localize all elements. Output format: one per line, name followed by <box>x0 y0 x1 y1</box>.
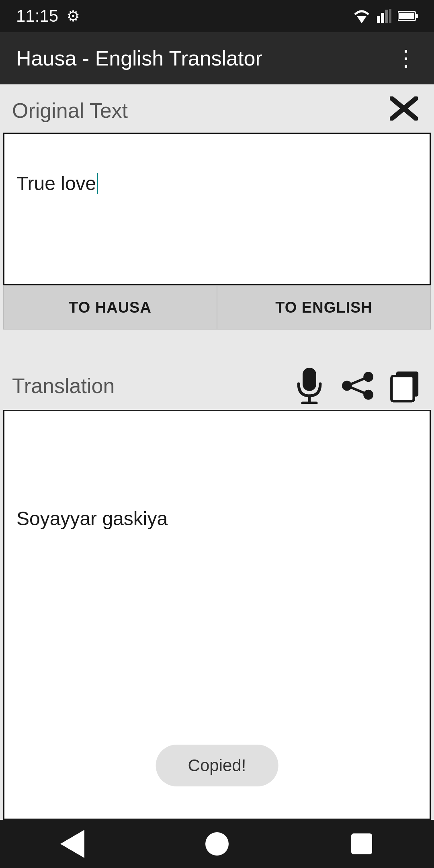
bottom-navigation <box>0 820 434 868</box>
svg-rect-1 <box>377 16 380 23</box>
translation-label: Translation <box>12 374 115 398</box>
status-left: 11:15 ⚙ <box>16 6 80 26</box>
status-time: 11:15 <box>16 6 58 26</box>
overflow-menu-button[interactable]: ⋮ <box>395 47 418 70</box>
original-text-box: True love <box>3 133 431 285</box>
svg-rect-20 <box>391 376 414 401</box>
copy-button[interactable] <box>390 370 422 402</box>
microphone-button[interactable] <box>293 370 326 402</box>
svg-line-16 <box>347 377 368 386</box>
app-bar: Hausa - English Translator ⋮ <box>0 32 434 84</box>
svg-rect-4 <box>389 9 391 23</box>
svg-rect-7 <box>399 13 414 19</box>
spacer <box>0 330 434 362</box>
original-text-input[interactable]: True love <box>16 146 98 197</box>
home-button[interactable] <box>203 830 231 858</box>
copy-icon <box>390 368 422 404</box>
main-content: Original Text True love TO HAUSA TO ENGL… <box>0 84 434 820</box>
text-cursor <box>97 173 98 194</box>
settings-icon: ⚙ <box>66 7 80 25</box>
signal-icon <box>377 9 391 23</box>
share-button[interactable] <box>342 370 374 402</box>
translation-header: Translation <box>0 362 434 410</box>
microphone-icon <box>295 368 323 404</box>
share-icon <box>342 370 374 402</box>
status-icons <box>353 9 418 23</box>
recents-icon <box>351 833 372 854</box>
svg-marker-0 <box>357 16 366 23</box>
original-text-label: Original Text <box>12 98 128 123</box>
translation-buttons: TO HAUSA TO ENGLISH <box>3 285 431 330</box>
wifi-icon <box>353 9 371 23</box>
back-button[interactable] <box>58 830 86 858</box>
home-icon <box>205 832 229 856</box>
svg-rect-6 <box>416 14 418 18</box>
original-text-header: Original Text <box>0 84 434 133</box>
translation-section: Translation <box>0 362 434 820</box>
copied-toast: Copied! <box>156 745 278 786</box>
battery-icon <box>398 10 418 22</box>
to-hausa-button[interactable]: TO HAUSA <box>3 285 217 330</box>
to-english-button[interactable]: TO ENGLISH <box>217 285 431 330</box>
input-text: True love <box>16 173 96 194</box>
close-icon <box>390 96 418 121</box>
app-title: Hausa - English Translator <box>16 46 262 70</box>
svg-line-17 <box>347 386 368 395</box>
svg-rect-10 <box>303 368 316 391</box>
status-bar: 11:15 ⚙ <box>0 0 434 32</box>
svg-rect-2 <box>381 13 384 23</box>
recents-button[interactable] <box>348 830 376 858</box>
back-icon <box>60 830 84 858</box>
clear-button[interactable] <box>390 96 418 125</box>
svg-rect-3 <box>385 10 388 23</box>
translation-output-box: Soyayyar gaskiya Copied! <box>3 410 431 820</box>
translated-text: Soyayyar gaskiya <box>16 508 418 530</box>
